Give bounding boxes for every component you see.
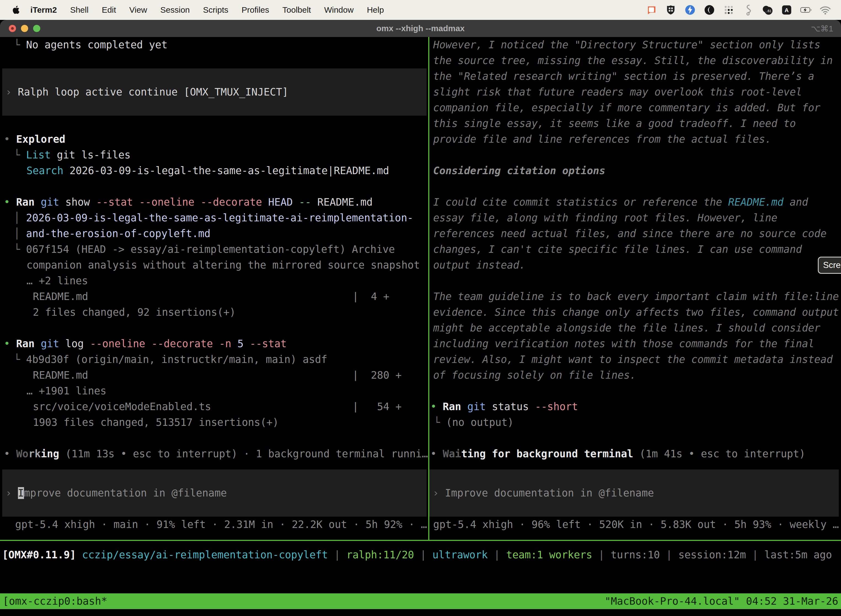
text-segment: ultrawork — [432, 549, 488, 561]
text-segment: -- — [299, 196, 311, 208]
badge-61-icon[interactable]: ..61 — [762, 4, 773, 16]
blank-line — [0, 430, 428, 446]
screen-tooltip: Scre — [818, 257, 841, 274]
blank-line — [0, 53, 428, 69]
terminal-line: evidence. Since this change only affects… — [429, 304, 841, 320]
text-segment: Improve documentation in @filename — [445, 487, 654, 499]
prompt-line: › Improve documentation in @filename — [6, 485, 227, 501]
text-segment: › — [433, 487, 445, 499]
terminal-content: └ No agents completed yet› Ralph loop ac… — [0, 37, 841, 540]
text-segment: • — [4, 338, 16, 350]
text-segment: 2026-03-09-is-legal-the-same-as-legitima… — [63, 165, 389, 177]
menu-edit[interactable]: Edit — [95, 5, 123, 15]
window-title-bar[interactable]: omx --xhigh --madmax ⌥⌘1 — [0, 20, 841, 37]
menu-help[interactable]: Help — [360, 5, 391, 15]
text-segment: src/voice/voiceModeEnabled.ts | 54 + — [33, 401, 402, 413]
text-segment: • — [431, 448, 443, 460]
text-segment: Ran — [16, 338, 35, 350]
terminal-line: I could cite commit statistics or refere… — [429, 194, 841, 210]
terminal-line: └ 4b9d30f (origin/main, instructkr/main,… — [0, 352, 428, 367]
zoom-button[interactable] — [33, 25, 40, 32]
menu-toolbelt[interactable]: Toolbelt — [276, 5, 318, 15]
text-segment: │ — [14, 228, 26, 239]
menu-scripts[interactable]: Scripts — [196, 5, 235, 15]
dots-grid-icon[interactable] — [723, 4, 734, 16]
moon-circle-icon[interactable] — [703, 4, 715, 16]
text-segment: the source tree, missing the essay. Stil… — [433, 55, 833, 66]
menu-shell[interactable]: Shell — [63, 5, 95, 15]
omx-status-line: [OMX#0.11.9] cczip/essay/ai-reimplementa… — [2, 547, 832, 563]
text-segment: HEAD — [268, 196, 293, 208]
text-segment: might be acceptable alongside the file l… — [433, 322, 820, 334]
terminal-line: 1903 files changed, 513517 insertions(+) — [0, 415, 428, 430]
text-segment: --stat --oneline --decorate — [96, 196, 262, 208]
text-segment: 2026-03-09-is-legal-the-same-as-legitima… — [26, 212, 413, 224]
text-segment: Considering citation options — [433, 165, 605, 177]
text-segment: slight risk that future readers may over… — [433, 86, 802, 98]
nav-blue-icon[interactable] — [684, 4, 696, 16]
text-segment: └ — [14, 353, 26, 365]
text-segment: 2 files changed, 92 insertions(+) — [33, 307, 236, 318]
prompt-line: › Improve documentation in @filename — [433, 485, 654, 501]
close-button[interactable] — [9, 25, 16, 32]
text-segment: • — [431, 401, 443, 413]
menu-window[interactable]: Window — [318, 5, 360, 15]
text-segment: essay file, along with finding root file… — [433, 212, 777, 224]
text-segment: 4b9d30f (origin/main, instructkr/main, m… — [26, 353, 328, 365]
blank-line — [429, 147, 841, 163]
terminal-line: changes, I can't cite specific file line… — [429, 242, 841, 257]
text-segment: --stat — [250, 338, 287, 350]
shield-icon[interactable] — [665, 4, 677, 16]
terminal-line: 2 files changed, 92 insertions(+) — [0, 304, 428, 320]
terminal-line: │ and-the-erosion-of-copyleft.md — [0, 226, 428, 242]
text-segment: • — [4, 133, 16, 145]
terminal-line: including verification notes with those … — [429, 336, 841, 352]
text-segment — [35, 338, 41, 350]
terminal-line: companion file, especially if more comme… — [429, 100, 841, 116]
text-segment — [262, 196, 268, 208]
text-segment: | — [328, 549, 347, 561]
apple-menu-icon[interactable] — [12, 5, 20, 15]
prompt-input-left[interactable]: › Improve documentation in @filename — [2, 469, 426, 517]
wifi-icon[interactable] — [819, 4, 831, 16]
text-segment: However, I noticed the "Directory Struct… — [433, 39, 820, 51]
blank-line — [0, 116, 428, 131]
terminal-line: • Ran git show --stat --oneline --decora… — [0, 194, 428, 210]
text-segment: • — [4, 448, 16, 460]
traffic-lights — [0, 25, 40, 32]
menu-profiles[interactable]: Profiles — [235, 5, 275, 15]
chat-icon[interactable] — [646, 4, 657, 16]
menu-session[interactable]: Session — [154, 5, 196, 15]
text-segment: git ls-files — [51, 149, 131, 161]
tmux-status-bar[interactable]: [omx-cczip0:bash* "MacBook-Pro-44.local"… — [0, 593, 841, 609]
text-segment: 1903 files changed, 513517 insertions(+) — [33, 417, 279, 428]
text-segment: provide file and line references from th… — [433, 133, 771, 145]
text-segment: Explored — [16, 133, 65, 145]
text-segment: No agents completed yet — [26, 39, 167, 51]
keyboard-a-icon[interactable]: A — [781, 4, 793, 16]
hook-icon[interactable] — [742, 4, 754, 16]
macos-menu-bar: iTerm2ShellEditViewSessionScriptsProfile… — [0, 0, 841, 20]
window-title: omx --xhigh --madmax — [0, 24, 841, 33]
terminal-line: └ (no output) — [429, 415, 841, 430]
minimize-button[interactable] — [21, 25, 28, 32]
inject-banner[interactable]: › Ralph loop active continue [OMX_TMUX_I… — [2, 69, 426, 116]
menu-view[interactable]: View — [123, 5, 154, 15]
text-segment: 5 — [237, 338, 244, 350]
terminal-line: README.md | 280 + — [0, 367, 428, 383]
text-segment: show — [59, 196, 96, 208]
text-segment: evidence. Since this change only affects… — [433, 307, 839, 318]
battery-charging-icon[interactable] — [800, 4, 812, 16]
terminal-line: the source tree, missing the essay. Stil… — [429, 53, 841, 69]
text-segment: rk — [28, 448, 41, 460]
terminal-line: this single essay, it seems like a good … — [429, 116, 841, 131]
text-segment: companion analysis without altering the … — [26, 259, 420, 271]
text-segment: README.md | 280 + — [33, 369, 402, 381]
svg-text:A: A — [785, 7, 789, 13]
terminal-line: … +2 lines — [0, 273, 428, 289]
menu-iterm2[interactable]: iTerm2 — [24, 5, 63, 15]
terminal-line: output instead. — [429, 257, 841, 273]
terminal-line: However, I noticed the "Directory Struct… — [429, 37, 841, 53]
prompt-input-right[interactable]: › Improve documentation in @filename — [429, 469, 839, 517]
text-segment — [633, 448, 639, 460]
